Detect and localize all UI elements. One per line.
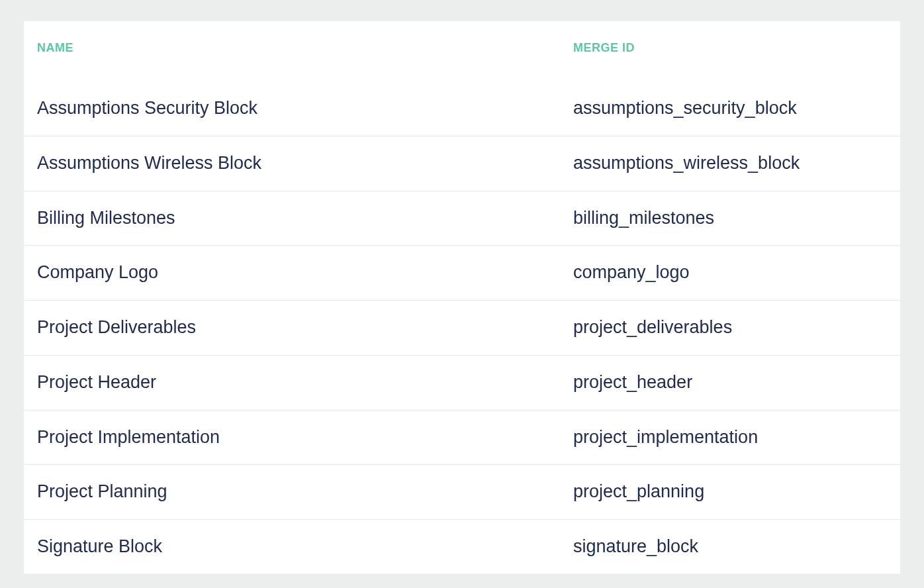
- table-row[interactable]: Assumptions Wireless Block assumptions_w…: [24, 136, 900, 191]
- table-row[interactable]: Project Planning project_planning: [24, 464, 900, 519]
- cell-name: Billing Milestones: [37, 207, 573, 230]
- cell-merge-id: project_implementation: [573, 426, 887, 449]
- column-header-merge-id[interactable]: MERGE ID: [573, 41, 887, 55]
- cell-name: Company Logo: [37, 262, 573, 284]
- cell-merge-id: project_planning: [573, 481, 887, 503]
- table-row[interactable]: Signature Block signature_block: [24, 519, 900, 575]
- table-row[interactable]: Billing Milestones billing_milestones: [24, 191, 900, 246]
- cell-name: Project Header: [37, 371, 573, 394]
- cell-name: Project Planning: [37, 481, 573, 503]
- table-row[interactable]: Project Implementation project_implement…: [24, 410, 900, 465]
- cell-name: Assumptions Security Block: [37, 97, 573, 120]
- table-row[interactable]: Assumptions Security Block assumptions_s…: [24, 81, 900, 136]
- cell-name: Project Deliverables: [37, 317, 573, 339]
- table-header-row: NAME MERGE ID: [24, 21, 900, 81]
- cell-merge-id: project_deliverables: [573, 317, 887, 339]
- table-row[interactable]: Company Logo company_logo: [24, 245, 900, 300]
- cell-merge-id: company_logo: [573, 262, 887, 284]
- cell-merge-id: assumptions_wireless_block: [573, 152, 887, 175]
- cell-name: Project Implementation: [37, 426, 573, 449]
- merge-fields-table: NAME MERGE ID Assumptions Security Block…: [24, 21, 900, 575]
- table-row[interactable]: Project Deliverables project_deliverable…: [24, 300, 900, 355]
- cell-merge-id: assumptions_security_block: [573, 97, 887, 120]
- column-header-name[interactable]: NAME: [37, 41, 573, 55]
- table-row[interactable]: Project Header project_header: [24, 355, 900, 410]
- cell-merge-id: signature_block: [573, 536, 887, 558]
- cell-merge-id: billing_milestones: [573, 207, 887, 230]
- cell-name: Assumptions Wireless Block: [37, 152, 573, 175]
- table-body: Assumptions Security Block assumptions_s…: [24, 81, 900, 575]
- cell-merge-id: project_header: [573, 371, 887, 394]
- cell-name: Signature Block: [37, 536, 573, 558]
